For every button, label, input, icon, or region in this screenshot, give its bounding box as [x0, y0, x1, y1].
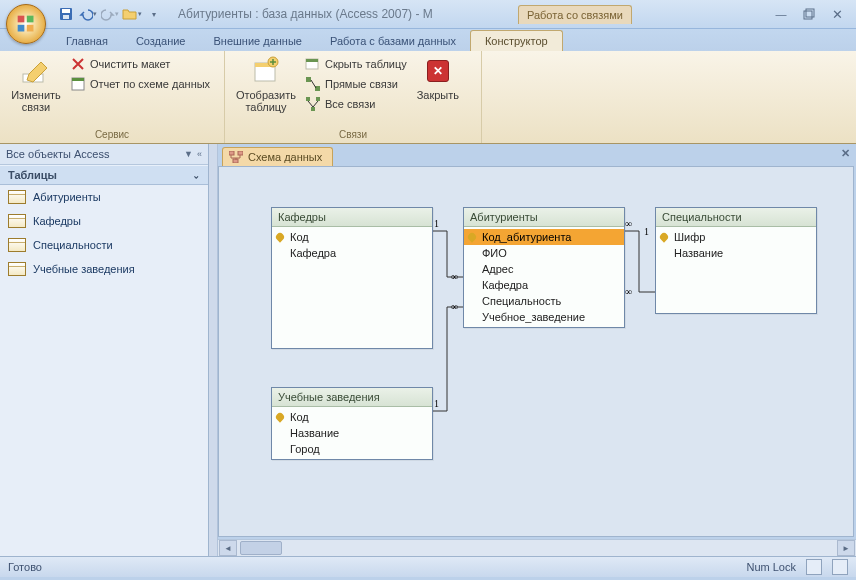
- table-specialnosti[interactable]: Специальности Шифр Название: [655, 207, 817, 314]
- view-button-2[interactable]: [832, 559, 848, 575]
- nav-filter-icon[interactable]: ▼: [184, 149, 193, 159]
- relationship-canvas[interactable]: 1∞ ∞1 1∞ ∞ Кафедры Код Кафедра Абитуриен…: [218, 166, 854, 537]
- group-label-links: Связи: [231, 128, 475, 141]
- field-kod[interactable]: Код: [272, 229, 432, 245]
- all-links-button[interactable]: Все связи: [303, 94, 409, 114]
- status-bar: Готово Num Lock: [0, 556, 856, 577]
- table-icon: [8, 190, 26, 204]
- svg-rect-3: [27, 25, 34, 32]
- open-button[interactable]: ▾: [122, 4, 142, 24]
- hide-table-icon: [305, 56, 321, 72]
- svg-rect-6: [63, 15, 69, 19]
- direct-links-icon: [305, 76, 321, 92]
- field-adres[interactable]: Адрес: [464, 261, 624, 277]
- scroll-left-button[interactable]: ◄: [219, 540, 237, 556]
- field-uchebnoe[interactable]: Учебное_заведение: [464, 309, 624, 325]
- office-logo-icon: [16, 14, 36, 34]
- undo-button[interactable]: ▾: [78, 4, 98, 24]
- horizontal-scrollbar[interactable]: ◄ ►: [218, 539, 856, 556]
- tab-create[interactable]: Создание: [122, 31, 200, 51]
- svg-rect-11: [72, 78, 84, 81]
- hide-table-button[interactable]: Скрыть таблицу: [303, 54, 409, 74]
- restore-button[interactable]: [800, 5, 818, 23]
- table-title: Абитуриенты: [464, 208, 624, 227]
- table-uchebnye[interactable]: Учебные заведения Код Название Город: [271, 387, 433, 460]
- svg-text:∞: ∞: [625, 286, 632, 297]
- document-area: Схема данных ✕ 1∞ ∞1 1∞ ∞ Кафедры Код Ка…: [218, 144, 856, 556]
- doc-close-button[interactable]: ✕: [841, 147, 850, 160]
- field-specialnost[interactable]: Специальность: [464, 293, 624, 309]
- svg-rect-5: [62, 9, 70, 13]
- svg-rect-16: [306, 59, 318, 62]
- nav-item-abiturienty[interactable]: Абитуриенты: [0, 185, 208, 209]
- group-label-service: Сервис: [6, 128, 218, 141]
- field-kod-abiturienta[interactable]: Код_абитуриента: [464, 229, 624, 245]
- svg-rect-17: [306, 77, 311, 82]
- svg-rect-0: [18, 16, 25, 23]
- ribbon: Изменить связи Очистить макет Отчет по с…: [0, 51, 856, 144]
- undo-icon: [79, 7, 93, 21]
- scroll-thumb[interactable]: [240, 541, 282, 555]
- nav-item-specialnosti[interactable]: Специальности: [0, 233, 208, 257]
- table-title: Кафедры: [272, 208, 432, 227]
- show-table-button[interactable]: Отобразить таблицу: [231, 53, 301, 128]
- field-nazvanie[interactable]: Название: [272, 425, 432, 441]
- save-icon: [59, 7, 73, 21]
- contextual-tab-label: Работа со связями: [518, 5, 632, 24]
- field-gorod[interactable]: Город: [272, 441, 432, 457]
- nav-section-tables[interactable]: Таблицы ⌃: [0, 165, 208, 185]
- doc-tab-schema[interactable]: Схема данных: [222, 147, 333, 166]
- tab-design[interactable]: Конструктор: [470, 30, 563, 51]
- svg-rect-21: [311, 107, 315, 111]
- qat-customize[interactable]: ▾: [144, 4, 164, 24]
- nav-splitter[interactable]: [209, 144, 218, 556]
- clear-layout-button[interactable]: Очистить макет: [68, 54, 212, 74]
- view-button-1[interactable]: [806, 559, 822, 575]
- office-button[interactable]: [6, 4, 46, 44]
- svg-rect-23: [238, 151, 243, 155]
- redo-button[interactable]: ▾: [100, 4, 120, 24]
- schema-report-button[interactable]: Отчет по схеме данных: [68, 74, 212, 94]
- section-collapse-icon[interactable]: ⌃: [192, 170, 200, 180]
- nav-item-kafedry[interactable]: Кафедры: [0, 209, 208, 233]
- document-tabs: Схема данных ✕: [218, 144, 856, 166]
- field-kod[interactable]: Код: [272, 409, 432, 425]
- tab-external[interactable]: Внешние данные: [200, 31, 316, 51]
- edit-relations-label: Изменить связи: [8, 89, 64, 113]
- direct-links-button[interactable]: Прямые связи: [303, 74, 409, 94]
- redo-icon: [101, 7, 115, 21]
- field-nazvanie[interactable]: Название: [656, 245, 816, 261]
- svg-rect-2: [18, 25, 25, 32]
- field-shifr[interactable]: Шифр: [656, 229, 816, 245]
- field-kafedra[interactable]: Кафедра: [272, 245, 432, 261]
- minimize-button[interactable]: —: [772, 5, 790, 23]
- table-title: Специальности: [656, 208, 816, 227]
- nav-collapse-icon[interactable]: «: [197, 149, 202, 159]
- tab-home[interactable]: Главная: [52, 31, 122, 51]
- numlock-indicator: Num Lock: [746, 561, 796, 573]
- folder-open-icon: [122, 7, 138, 21]
- field-kafedra[interactable]: Кафедра: [464, 277, 624, 293]
- close-button[interactable]: ✕: [828, 5, 846, 23]
- table-abiturienty[interactable]: Абитуриенты Код_абитуриента ФИО Адрес Ка…: [463, 207, 625, 328]
- scroll-right-button[interactable]: ►: [837, 540, 855, 556]
- schema-icon: [229, 151, 243, 163]
- svg-text:1: 1: [434, 218, 439, 229]
- clear-icon: [70, 56, 86, 72]
- save-button[interactable]: [56, 4, 76, 24]
- svg-text:1: 1: [644, 226, 649, 237]
- window-title: Абитуриенты : база данных (Access 2007) …: [178, 7, 518, 21]
- svg-rect-19: [306, 97, 310, 101]
- ribbon-tabs: Главная Создание Внешние данные Работа с…: [0, 29, 856, 51]
- edit-relations-button[interactable]: Изменить связи: [6, 53, 66, 128]
- nav-item-uchebnye[interactable]: Учебные заведения: [0, 257, 208, 281]
- close-schema-button[interactable]: ✕ Закрыть: [411, 53, 465, 128]
- nav-header[interactable]: Все объекты Access ▼«: [0, 144, 208, 165]
- table-kafedry[interactable]: Кафедры Код Кафедра: [271, 207, 433, 349]
- edit-relations-icon: [21, 56, 51, 86]
- svg-text:∞: ∞: [451, 271, 458, 282]
- svg-rect-20: [316, 97, 320, 101]
- field-fio[interactable]: ФИО: [464, 245, 624, 261]
- close-x-icon: ✕: [427, 60, 449, 82]
- tab-database[interactable]: Работа с базами данных: [316, 31, 470, 51]
